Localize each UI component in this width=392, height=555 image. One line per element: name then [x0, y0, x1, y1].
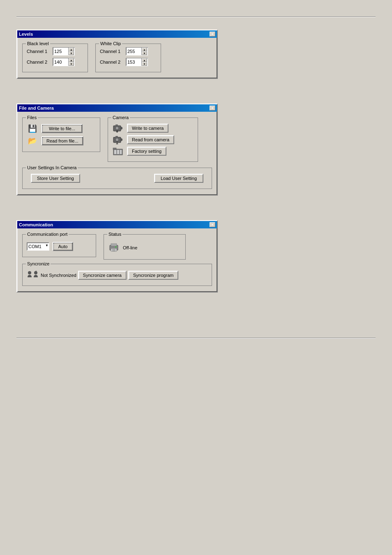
folder-icon: 📂	[27, 136, 38, 146]
svg-rect-16	[113, 148, 116, 150]
camera-group: Camera Write to cam	[108, 117, 198, 162]
levels-groups: Black level Channel 1 125 ▲ ▼ Channel 2	[21, 41, 214, 75]
black-ch1-label: Channel 1	[27, 49, 49, 54]
user-settings-row: Store User Setting Load User Setting	[27, 174, 208, 183]
communication-content: Communication port COM1 COM2 COM3 COM4 ▼…	[17, 228, 217, 292]
levels-dialog: Levels × Black level Channel 1 125 ▲	[16, 30, 218, 79]
not-synchronized-label: Not Synchronized	[41, 273, 76, 278]
file-camera-titlebar: File and Camera ×	[17, 104, 217, 112]
file-camera-title-buttons: ×	[210, 106, 215, 111]
white-ch2-spinner[interactable]: 153 ▲ ▼	[126, 58, 148, 66]
file-camera-close-btn[interactable]: ×	[210, 106, 215, 111]
write-to-file-btn[interactable]: Write to file...	[42, 124, 83, 133]
write-to-camera-btn[interactable]: Write to camera	[127, 124, 168, 133]
comm-port-title: Communication port	[26, 232, 69, 237]
black-ch2-up[interactable]: ▲	[69, 58, 74, 62]
load-user-setting-btn[interactable]: Load User Setting	[154, 174, 203, 183]
cam-read-icon	[112, 135, 124, 144]
files-title: Files	[26, 115, 38, 120]
factory-setting-row: Factory setting	[112, 147, 194, 156]
read-from-camera-row: Read from camera	[112, 135, 194, 144]
svg-rect-20	[112, 249, 115, 250]
black-level-group: Black level Channel 1 125 ▲ ▼ Channel 2	[22, 44, 88, 72]
svg-rect-8	[115, 136, 118, 138]
file-camera-dialog: File and Camera × Files 💾 Write to file.…	[16, 104, 218, 196]
auto-btn[interactable]: Auto	[53, 242, 73, 251]
svg-point-1	[115, 127, 119, 130]
black-ch2-input[interactable]: 140	[53, 58, 68, 66]
syncronize-camera-btn[interactable]: Syncronize camera	[78, 271, 127, 280]
white-ch2-label: Channel 2	[100, 60, 122, 64]
white-ch1-down[interactable]: ▼	[142, 51, 147, 55]
syncronize-row: Not Synchronized Syncronize camera Syncr…	[27, 271, 208, 280]
white-clip-title: White Clip	[99, 41, 122, 46]
write-to-camera-row: Write to camera	[112, 124, 194, 133]
svg-rect-2	[115, 124, 118, 126]
white-ch1-input[interactable]: 255	[127, 48, 141, 55]
black-ch2-down[interactable]: ▼	[69, 62, 74, 66]
file-camera-main: Files 💾 Write to file... 📂 Read from fil…	[21, 115, 214, 164]
black-ch1-spinner[interactable]: 125 ▲ ▼	[53, 47, 75, 55]
user-settings-title: User Settings In Camera	[26, 165, 78, 170]
write-to-file-row: 💾 Write to file...	[27, 124, 96, 134]
white-ch2-arrows: ▲ ▼	[141, 58, 147, 66]
levels-content: Black level Channel 1 125 ▲ ▼ Channel 2	[17, 38, 217, 78]
communication-dialog: Communication × Communication port COM1 …	[16, 220, 218, 292]
svg-rect-15	[120, 150, 122, 154]
svg-marker-9	[121, 138, 122, 141]
levels-close-btn[interactable]: ×	[210, 32, 215, 37]
status-group: Status	[104, 234, 186, 260]
black-ch1-arrows: ▲ ▼	[68, 48, 74, 55]
svg-rect-14	[117, 150, 119, 154]
black-ch1-row: Channel 1 125 ▲ ▼	[27, 47, 83, 55]
file-camera-title: File and Camera	[19, 106, 54, 111]
white-ch1-label: Channel 1	[100, 49, 122, 54]
com-port-select[interactable]: COM1 COM2 COM3 COM4	[27, 242, 49, 251]
black-ch2-label: Channel 2	[27, 60, 49, 64]
svg-marker-11	[116, 143, 118, 144]
communication-title-buttons: ×	[210, 222, 215, 227]
read-from-camera-btn[interactable]: Read from camera	[127, 135, 174, 144]
black-ch2-arrows: ▲ ▼	[68, 58, 74, 66]
levels-title-buttons: ×	[210, 32, 215, 37]
white-ch2-input[interactable]: 153	[127, 58, 141, 66]
white-ch2-up[interactable]: ▲	[142, 58, 147, 62]
factory-setting-btn[interactable]: Factory setting	[127, 147, 166, 156]
black-ch2-row: Channel 2 140 ▲ ▼	[27, 58, 83, 66]
white-ch1-up[interactable]: ▲	[142, 48, 147, 51]
black-ch2-spinner[interactable]: 140 ▲ ▼	[53, 58, 75, 66]
status-title: Status	[107, 232, 122, 237]
comm-port-row: COM1 COM2 COM3 COM4 ▼ Auto	[27, 242, 92, 251]
white-ch1-arrows: ▲ ▼	[141, 48, 147, 55]
svg-point-23	[28, 271, 31, 274]
svg-marker-3	[121, 127, 122, 130]
white-clip-group: White Clip Channel 1 255 ▲ ▼ Channel 2	[95, 44, 161, 72]
store-user-setting-btn[interactable]: Store User Setting	[31, 174, 80, 183]
syncronize-title: Syncronize	[26, 261, 51, 266]
status-row: Off-line	[108, 242, 181, 253]
black-ch1-input[interactable]: 125	[53, 48, 68, 55]
svg-line-25	[36, 271, 37, 271]
white-ch1-row: Channel 1 255 ▲ ▼	[100, 47, 157, 55]
black-ch1-up[interactable]: ▲	[69, 48, 74, 51]
factory-icon	[112, 147, 124, 156]
communication-close-btn[interactable]: ×	[210, 222, 215, 227]
files-group: Files 💾 Write to file... 📂 Read from fil…	[22, 117, 100, 152]
read-from-file-row: 📂 Read from file...	[27, 136, 96, 146]
comm-port-group: Communication port COM1 COM2 COM3 COM4 ▼…	[22, 234, 96, 257]
svg-marker-5	[116, 131, 118, 133]
save-icon: 💾	[27, 124, 38, 134]
white-ch1-spinner[interactable]: 255 ▲ ▼	[126, 47, 148, 55]
svg-point-24	[34, 271, 37, 274]
black-ch1-down[interactable]: ▼	[69, 51, 74, 55]
file-camera-content: Files 💾 Write to file... 📂 Read from fil…	[17, 112, 217, 195]
user-settings-group: User Settings In Camera Store User Setti…	[22, 168, 212, 189]
levels-titlebar: Levels ×	[17, 30, 217, 38]
syncronize-program-btn[interactable]: Syncronize program	[128, 271, 178, 280]
camera-title: Camera	[111, 115, 130, 120]
white-ch2-down[interactable]: ▼	[142, 62, 147, 66]
offline-icon	[108, 242, 120, 253]
svg-point-22	[115, 246, 117, 248]
read-from-file-btn[interactable]: Read from file...	[42, 136, 83, 145]
cam-write-icon	[112, 124, 124, 133]
